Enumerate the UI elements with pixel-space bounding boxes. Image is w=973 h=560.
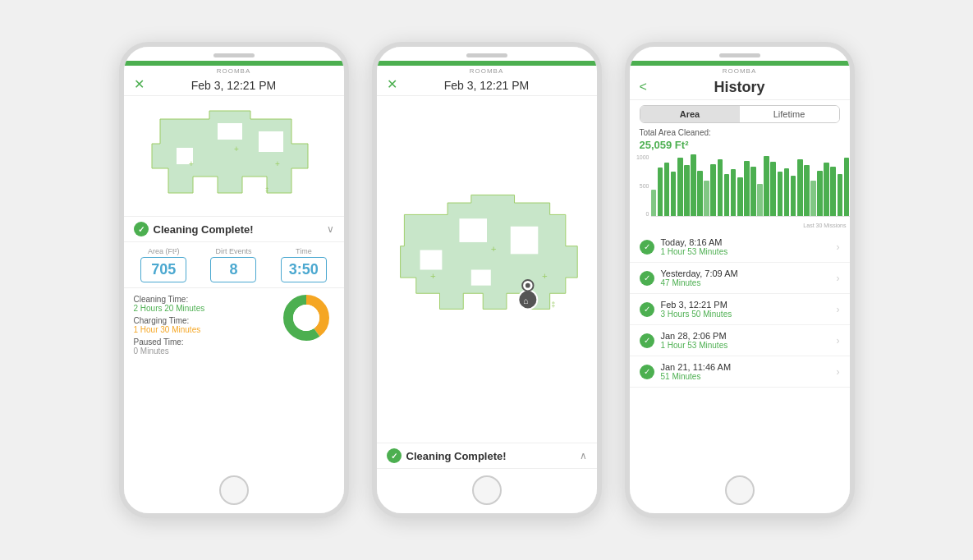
phone-1-map-svg: + + + ‡ [144,103,324,209]
phone-3-top [630,47,850,61]
history-chevron-4: › [837,366,840,378]
history-tabs: Area Lifetime [640,105,840,123]
history-date-1: Yesterday, 7:09 AM [661,269,837,278]
y-label-0: 0 [646,211,649,217]
history-check-1: ✓ [640,271,654,286]
phone-1-date: Feb 3, 12:21 PM [191,79,277,92]
history-item-3[interactable]: ✓ Jan 28, 2:06 PM 1 Hour 53 Minutes › [630,325,850,356]
phone-2-title-bar: ROOMBA ✕ Feb 3, 12:21 PM [377,66,597,96]
chart-bar [778,172,783,216]
phone-2-chevron[interactable]: ∧ [580,450,587,461]
chart-bars [651,154,850,217]
chart-bar [744,161,750,216]
phone-2-map: + + + ‡ ⌂ [377,96,597,443]
history-check-4: ✓ [640,365,654,379]
svg-rect-2 [259,131,283,152]
history-duration-3: 1 Hour 53 Minutes [661,341,837,350]
chart-bar [830,167,836,216]
phone-2-close-button[interactable]: ✕ [387,76,397,92]
history-date-3: Jan 28, 2:06 PM [661,331,837,341]
history-duration-1: 47 Minutes [661,278,837,287]
phone-1-cc-left: ✓ Cleaning Complete! [134,222,254,236]
phone-3-home-button[interactable] [725,475,755,505]
phone-3-screen: ROOMBA < History Area Lifetime Total Are… [630,66,850,469]
history-item-2[interactable]: ✓ Feb 3, 12:21 PM 3 Hours 50 Minutes › [630,294,850,325]
chart-bar [691,154,696,216]
phone-2-top [377,47,597,61]
history-item-0[interactable]: ✓ Today, 8:16 AM 1 Hour 53 Minutes › [630,232,850,263]
phone-2-home-button[interactable] [472,475,502,505]
chart-bar [817,171,823,216]
chart-bar [844,158,850,216]
phone-1-stat-dirt: Dirt Events 8 [200,247,267,282]
svg-rect-12 [459,218,487,242]
chart-bar [704,181,709,216]
history-duration-4: 51 Minutes [661,372,837,381]
phone-1-map: + + + ‡ [124,96,344,216]
phone-1-chevron[interactable]: ∨ [327,223,334,235]
history-info-0: Today, 8:16 AM 1 Hour 53 Minutes [661,237,837,256]
phone-1-roomba-label: ROOMBA [217,67,251,75]
phone-3-roomba-label: ROOMBA [723,67,757,75]
chart-bar [684,165,690,216]
phone-3-bottom [630,469,850,513]
phone-2-map-svg: + + + ‡ ⌂ [392,190,581,350]
svg-rect-14 [420,250,442,269]
phone-1-cc-label: Cleaning Complete! [154,223,254,236]
svg-text:⌂: ⌂ [523,295,528,305]
history-check-3: ✓ [640,333,654,348]
tab-area[interactable]: Area [640,106,740,122]
phone-2-cc-left: ✓ Cleaning Complete! [387,448,507,463]
chart-bar [824,163,829,216]
phone-3-back-button[interactable]: < [640,79,647,94]
phone-1-stat-time-value: 3:50 [281,257,327,282]
phone-2-check-circle: ✓ [387,448,402,463]
chart-bar [731,169,737,216]
phone-1-screen: ROOMBA ✕ Feb 3, 12:21 PM [124,66,344,469]
history-info-4: Jan 21, 11:46 AM 51 Minutes [661,362,837,381]
phone-1-cleaning-complete: ✓ Cleaning Complete! ∨ [124,216,344,242]
phone-1-home-button[interactable] [219,475,249,505]
history-date-0: Today, 8:16 AM [661,237,837,247]
history-item-4[interactable]: ✓ Jan 21, 11:46 AM 51 Minutes › [630,356,850,388]
phone-1-paused-val: 0 Minutes [134,347,169,356]
chart-bar [724,174,730,216]
phone-1-paused-key: Paused Time: [134,337,184,347]
history-info-1: Yesterday, 7:09 AM 47 Minutes [661,269,837,287]
chart-bar [710,164,716,216]
phone-1-bottom [124,469,344,513]
phone-1-speaker [213,53,255,57]
history-info-3: Jan 28, 2:06 PM 1 Hour 53 Minutes [661,331,837,350]
phone-1-stats: Area (Ft²) 705 Dirt Events 8 Time 3:50 [124,242,344,288]
chart-bar [677,158,683,216]
svg-point-23 [525,282,530,287]
phone-1-top [124,47,344,61]
chart-bar [770,162,776,216]
phone-2-cc-label: Cleaning Complete! [406,450,507,462]
phone-3-speaker [719,53,760,57]
y-label-1000: 1000 [636,154,649,160]
svg-text:‡: ‡ [265,186,268,193]
phone-1: ROOMBA ✕ Feb 3, 12:21 PM [119,42,349,518]
history-duration-0: 1 Hour 53 Minutes [661,247,837,256]
history-info-2: Feb 3, 12:21 PM 3 Hours 50 Minutes [661,300,837,319]
phone-1-stat-time: Time 3:50 [270,247,337,282]
chart-bar [671,172,677,216]
svg-text:+: + [490,244,496,254]
chart-bar [838,174,843,216]
phone-2-cleaning-complete: ✓ Cleaning Complete! ∧ [377,443,597,469]
tab-lifetime[interactable]: Lifetime [740,106,839,122]
phone-1-donut [280,291,333,344]
svg-rect-13 [510,226,538,254]
chart-y-labels: 1000 500 0 [630,154,651,217]
history-item-1[interactable]: ✓ Yesterday, 7:09 AM 47 Minutes › [630,263,850,294]
svg-text:+: + [189,159,194,168]
phone-1-stat-area-value: 705 [140,257,186,282]
history-date-4: Jan 21, 11:46 AM [661,362,837,372]
chart-x-label: Last 30 Missions [803,223,846,228]
phone-2-speaker [466,53,507,57]
history-chevron-0: › [837,241,840,253]
phone-1-close-button[interactable]: ✕ [134,76,145,92]
svg-rect-1 [218,123,242,140]
history-chevron-3: › [837,335,840,347]
